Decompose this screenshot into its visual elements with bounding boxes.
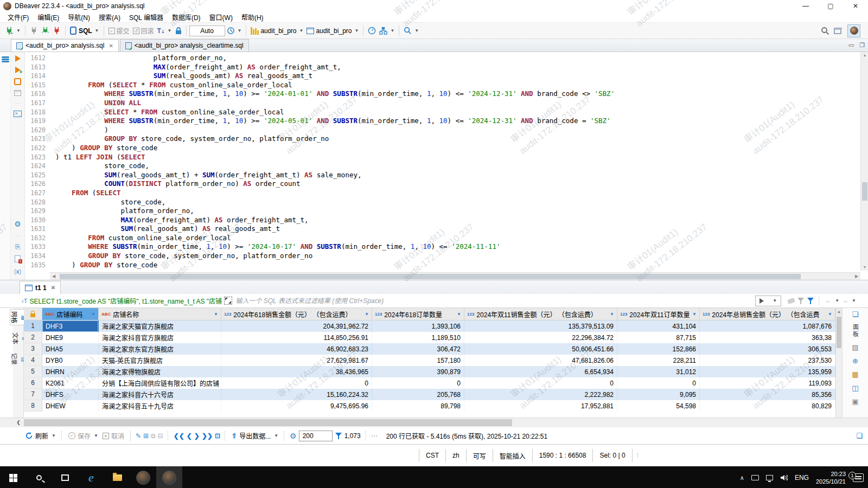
cell[interactable]: DHF3: [42, 320, 99, 332]
menu-item[interactable]: 搜索(A): [94, 11, 125, 23]
menu-item[interactable]: 帮助(H): [237, 11, 268, 23]
cell[interactable]: 54,598: [617, 400, 700, 412]
sort-dropdown-icon[interactable]: ▼: [214, 312, 218, 317]
first-row-icon[interactable]: ❮❮: [174, 432, 184, 440]
column-header[interactable]: 1232024年总销售金额（元） （包含运费▼: [700, 308, 835, 320]
cell[interactable]: 1,087,676: [700, 320, 835, 332]
last-row-icon[interactable]: ❯❯: [202, 432, 213, 440]
network-button[interactable]: ▼: [378, 24, 396, 37]
close-icon[interactable]: ✕: [108, 43, 113, 49]
cell[interactable]: 87,715: [617, 332, 700, 343]
scroll-down-icon[interactable]: ▼: [861, 264, 868, 271]
row-number[interactable]: 6: [24, 377, 42, 389]
cell[interactable]: 47,681,826.06: [464, 355, 617, 366]
history-button[interactable]: ▼: [225, 24, 244, 37]
explain-plan-icon[interactable]: [14, 90, 21, 96]
row-number[interactable]: 5: [24, 366, 42, 377]
table-row[interactable]: 3DHA5海澜之家京东官方旗舰店46,902,683.23306,47250,6…: [24, 343, 835, 355]
row-number[interactable]: 7: [24, 389, 42, 400]
action-center-icon[interactable]: 1: [853, 473, 864, 482]
task-view-button[interactable]: [52, 466, 78, 488]
menu-item[interactable]: 导航(N): [63, 11, 94, 23]
settings-gear-icon[interactable]: ⚙: [14, 220, 21, 228]
editor-tab[interactable]: <audit_bi_pro> analysis_cleartime.sql: [120, 39, 249, 52]
table-row[interactable]: 7DHFS海澜之家抖音六十六号店15,160,224.32205,7682,22…: [24, 389, 835, 400]
result-settings-icon[interactable]: ⚙: [290, 432, 297, 440]
sql-editor[interactable]: ···· >_ ⚙ ···· ⎘ ⒳ 1612 platform_order_n…: [0, 52, 868, 280]
network-tray-icon[interactable]: [766, 475, 773, 480]
cell[interactable]: DHRN: [42, 366, 99, 377]
cell[interactable]: 1,189,510: [372, 332, 464, 343]
forward-icon[interactable]: →: [841, 297, 848, 305]
column-header[interactable]: 1232024年双11销售金额（元） （包含运费）▼: [464, 308, 617, 320]
cell[interactable]: 228,211: [617, 355, 700, 366]
cell[interactable]: DHFS: [42, 389, 99, 400]
editor-vertical-scrollbar[interactable]: ▲ ▼: [860, 52, 868, 271]
table-row[interactable]: 4DYB0天猫-英氏官方旗舰店27,629,981.67157,18047,68…: [24, 355, 835, 366]
sort-dropdown-icon[interactable]: ▼: [365, 312, 369, 317]
cell[interactable]: 50,606,451.66: [464, 343, 617, 355]
cell[interactable]: DHA5: [42, 343, 99, 355]
records-panel-icon[interactable]: ▨: [852, 343, 858, 351]
filter-input[interactable]: [234, 297, 753, 305]
scroll-right-icon[interactable]: ▶: [853, 273, 860, 280]
cell[interactable]: 2,222,982: [464, 389, 617, 400]
add-panel-icon[interactable]: ⊕: [852, 357, 858, 365]
add-row-icon[interactable]: ⊞: [143, 432, 149, 440]
fetch-size-input[interactable]: 200: [299, 431, 333, 441]
clear-filter-icon[interactable]: [787, 298, 795, 304]
menu-item[interactable]: SQL 编辑器: [125, 11, 168, 23]
table-row[interactable]: 6K2061分销【上海白阔供应链有限公司】的店铺0000119,093: [24, 377, 835, 389]
lock-button[interactable]: [174, 24, 183, 37]
cell[interactable]: 海澜之家抖音六十六号店: [99, 389, 221, 400]
sort-dropdown-icon[interactable]: ▼: [692, 312, 697, 317]
scroll-up-icon[interactable]: ▲: [836, 308, 842, 316]
cell[interactable]: 海澜之家天猫官方旗舰店: [99, 320, 221, 332]
transaction-mode-button[interactable]: T⇣ ▼: [156, 24, 174, 37]
taskbar-search-button[interactable]: [26, 466, 52, 488]
tray-expand-icon[interactable]: ∧: [740, 474, 744, 481]
minimize-button[interactable]: —: [793, 0, 818, 12]
close-icon[interactable]: ✕: [51, 285, 55, 291]
column-header[interactable]: ABC店铺编码▼: [42, 308, 99, 320]
cell[interactable]: 27,629,981.67: [221, 355, 372, 366]
cell[interactable]: 1,393,106: [372, 320, 464, 332]
sort-dropdown-icon[interactable]: ▼: [457, 312, 461, 317]
problems-doc-icon[interactable]: [15, 255, 21, 262]
save-button[interactable]: ✓ 保存▼: [67, 431, 99, 440]
column-header[interactable]: ABC店铺名称▼: [99, 308, 221, 320]
row-number[interactable]: 8: [24, 400, 42, 412]
back-icon[interactable]: ←: [825, 297, 832, 305]
maximize-button[interactable]: ▢: [818, 0, 843, 12]
cell[interactable]: 天猫-英氏官方旗舰店: [99, 355, 221, 366]
cell[interactable]: 80,829: [700, 400, 835, 412]
scroll-up-icon[interactable]: ▲: [861, 52, 868, 59]
grid-vertical-scrollbar[interactable]: ▲: [835, 308, 842, 418]
variables-icon[interactable]: ⒳: [14, 267, 21, 277]
sql-editor-button[interactable]: SQL ▼: [68, 24, 101, 37]
cell[interactable]: 0: [221, 377, 372, 389]
rollback-button[interactable]: ↺ 回滚: [131, 24, 156, 37]
cell[interactable]: 9,095: [617, 389, 700, 400]
commit-mode-combo[interactable]: Auto: [189, 25, 225, 36]
prev-row-icon[interactable]: ❮: [187, 432, 192, 440]
ie-button[interactable]: e: [78, 466, 104, 488]
row-number[interactable]: 4: [24, 355, 42, 366]
quick-search-icon[interactable]: [821, 27, 829, 35]
more-icon[interactable]: ⋯: [371, 432, 379, 440]
cell[interactable]: 157,180: [372, 355, 464, 366]
cell[interactable]: 0: [372, 377, 464, 389]
cell[interactable]: 205,768: [372, 389, 464, 400]
save-filter-icon[interactable]: [797, 297, 805, 305]
cell[interactable]: 237,530: [700, 355, 835, 366]
row-number[interactable]: 1: [24, 320, 42, 332]
dbeaver-perspective-button[interactable]: [847, 24, 860, 37]
new-connection-button[interactable]: + ▼: [3, 24, 22, 37]
result-view-tab-2[interactable]: ≡文本: [11, 331, 25, 346]
start-button[interactable]: [0, 466, 26, 488]
disconnect-button[interactable]: [51, 24, 62, 37]
cell[interactable]: 9,475,695.96: [221, 400, 372, 412]
cell[interactable]: 0: [617, 377, 700, 389]
touch-keyboard-icon[interactable]: [751, 475, 759, 480]
code-area[interactable]: 1612 platform_order_no,1613 MAX(order_fr…: [25, 52, 868, 280]
